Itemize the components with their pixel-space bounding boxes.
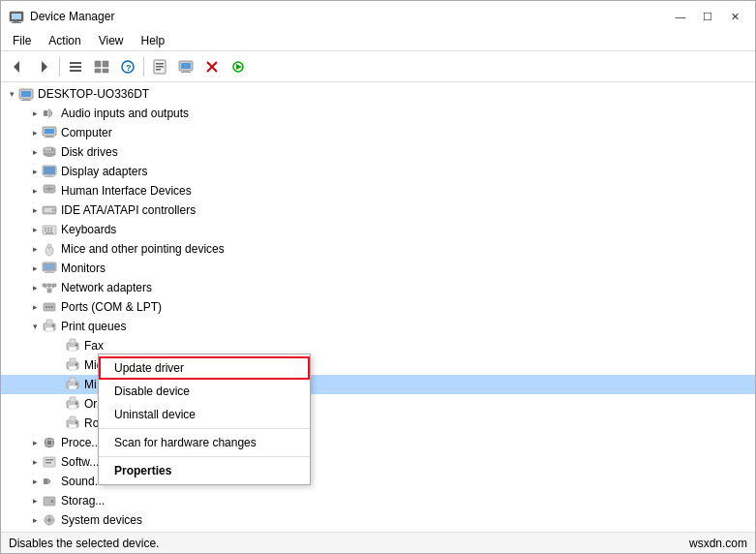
disk-label: Disk drives	[61, 145, 118, 159]
computer-expand-icon[interactable]: ▸	[28, 126, 42, 139]
uninstall-device-label: Uninstall device	[114, 408, 196, 421]
tree-item-hid[interactable]: ▸ Human Interface Devices	[1, 181, 755, 200]
sound-expand-icon[interactable]: ▸	[28, 475, 42, 488]
tree-root[interactable]: ▾ DESKTOP-UO336DT	[1, 84, 755, 104]
svg-rect-65	[43, 284, 46, 287]
tree-item-mice[interactable]: ▸ Mice and other pointing devices	[1, 239, 755, 259]
svg-rect-7	[70, 66, 81, 68]
tree-item-network[interactable]: ▸ Network adapters	[1, 278, 755, 297]
svg-rect-107	[45, 459, 53, 461]
context-menu-properties[interactable]: Properties	[99, 459, 310, 482]
title-bar-controls: — ☐ ✕	[668, 7, 747, 26]
audio-label: Audio inputs and outputs	[61, 107, 189, 120]
svg-line-69	[45, 287, 49, 290]
svg-point-95	[76, 403, 77, 405]
tree-item-storage[interactable]: ▸ Storag...	[1, 491, 755, 510]
soft-label: Softw...	[61, 455, 99, 469]
svg-point-91	[76, 384, 77, 385]
tree-item-disk[interactable]: ▸ Disk drives	[1, 142, 755, 162]
sysdev-expand-icon[interactable]: ▸	[28, 513, 42, 527]
svg-rect-33	[45, 129, 54, 134]
computer-button[interactable]	[173, 55, 198, 78]
list-view-button[interactable]	[63, 55, 88, 78]
context-menu: Update driver Disable device Uninstall d…	[98, 354, 311, 485]
mi-icon	[65, 377, 80, 392]
svg-rect-51	[45, 228, 46, 230]
display-expand-icon[interactable]: ▸	[28, 165, 42, 178]
proc-expand-icon[interactable]: ▸	[28, 436, 42, 449]
svg-rect-105	[47, 446, 51, 447]
svg-rect-85	[70, 358, 76, 363]
print-expand-icon[interactable]: ▾	[28, 320, 42, 333]
storage-label: Storag...	[61, 494, 105, 508]
help-icon: ?	[120, 59, 136, 75]
keyboard-expand-icon[interactable]: ▸	[28, 223, 42, 236]
status-text: Disables the selected device.	[9, 537, 159, 550]
monitors-label: Monitors	[61, 262, 106, 275]
svg-rect-10	[103, 61, 108, 67]
storage-expand-icon[interactable]: ▸	[28, 494, 42, 508]
tree-item-computer[interactable]: ▸ Computer	[1, 123, 755, 142]
device-mgr-button[interactable]	[89, 55, 114, 78]
menu-action[interactable]: Action	[41, 32, 88, 49]
disable-device-label: Disable device	[114, 385, 190, 398]
tree-item-audio[interactable]: ▸ Audio inputs and outputs	[1, 104, 755, 123]
tree-item-print[interactable]: ▾ Print queues	[1, 317, 755, 336]
tree-item-display[interactable]: ▸ Display adapters	[1, 162, 755, 181]
svg-rect-22	[181, 72, 191, 73]
svg-rect-16	[156, 63, 164, 65]
svg-line-70	[49, 287, 54, 290]
svg-marker-5	[42, 61, 47, 73]
svg-rect-3	[12, 22, 21, 23]
tree-item-ide[interactable]: ▸ IDE ATA/ATAPI controllers	[1, 200, 755, 220]
tree-item-sysdev[interactable]: ▸ System devices	[1, 510, 755, 530]
minimize-button[interactable]: —	[668, 7, 693, 26]
mice-icon	[42, 241, 57, 257]
ide-expand-icon[interactable]: ▸	[28, 203, 42, 217]
svg-rect-43	[45, 176, 54, 177]
tree-item-monitors[interactable]: ▸ Monitors	[1, 259, 755, 278]
menu-file[interactable]: File	[5, 32, 39, 49]
svg-rect-56	[50, 231, 52, 232]
svg-point-79	[52, 325, 54, 327]
disk-expand-icon[interactable]: ▸	[28, 145, 42, 159]
disk-icon	[42, 144, 57, 160]
close-button[interactable]: ✕	[722, 7, 747, 26]
svg-rect-104	[47, 438, 51, 439]
context-menu-uninstall-device[interactable]: Uninstall device	[99, 403, 310, 426]
or-icon	[65, 396, 80, 412]
menu-view[interactable]: View	[91, 32, 132, 49]
network-expand-icon[interactable]: ▸	[28, 281, 42, 294]
svg-point-73	[45, 306, 47, 308]
properties-button[interactable]	[147, 55, 172, 78]
fax-label: Fax	[84, 339, 104, 353]
help-button[interactable]: ?	[115, 55, 140, 78]
tree-item-keyboard[interactable]: ▸ Keyboards	[1, 220, 755, 239]
tree-item-usb[interactable]: ▸ Universal Serial Bus controllers	[1, 530, 755, 532]
context-menu-disable-device[interactable]: Disable device	[99, 380, 310, 403]
scan-button[interactable]	[226, 55, 251, 78]
title-bar-left: Device Manager	[9, 9, 114, 24]
svg-rect-6	[70, 62, 81, 64]
hid-expand-icon[interactable]: ▸	[28, 184, 42, 198]
title-bar: Device Manager — ☐ ✕	[1, 1, 755, 30]
tree-item-ports[interactable]: ▸ Ports (COM & LPT)	[1, 297, 755, 317]
window-title: Device Manager	[30, 10, 114, 23]
maximize-button[interactable]: ☐	[695, 7, 720, 26]
svg-rect-90	[69, 385, 76, 389]
soft-expand-icon[interactable]: ▸	[28, 455, 42, 469]
ports-expand-icon[interactable]: ▸	[28, 300, 42, 314]
menu-help[interactable]: Help	[134, 32, 173, 49]
svg-point-111	[51, 500, 54, 503]
scan-changes-label: Scan for hardware changes	[114, 436, 257, 449]
audio-expand-icon[interactable]: ▸	[28, 107, 42, 120]
mice-expand-icon[interactable]: ▸	[28, 242, 42, 256]
forward-button[interactable]	[31, 55, 56, 78]
monitors-expand-icon[interactable]: ▸	[28, 262, 42, 275]
tree-item-fax[interactable]: ▸ Fax	[1, 336, 755, 355]
root-expand-icon[interactable]: ▾	[5, 87, 18, 101]
context-menu-update-driver[interactable]: Update driver	[99, 356, 310, 380]
back-button[interactable]	[5, 55, 30, 78]
remove-button[interactable]	[199, 55, 225, 78]
context-menu-scan-changes[interactable]: Scan for hardware changes	[99, 431, 310, 454]
